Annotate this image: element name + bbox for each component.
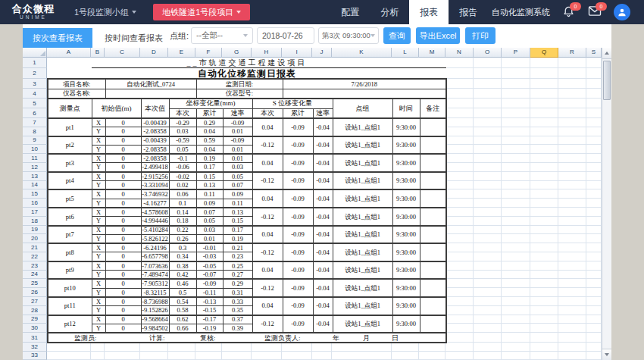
sheet-cell[interactable]: -0.29 [169,118,196,127]
sheet-cell[interactable]: -0.09 [283,243,313,261]
messages-button[interactable]: 0 [588,5,602,19]
sheet-cell[interactable]: -0.04 [313,279,333,297]
sheet-cell[interactable]: -0.09 [223,118,252,127]
sheet-cell[interactable]: -0.04 [313,189,333,208]
sheet-cell[interactable]: 0.46 [169,279,196,288]
sheet-cell[interactable]: -0.04 [313,243,333,261]
sheet-cell[interactable]: 0 [105,226,141,235]
sheet-cell[interactable]: 0.21 [223,243,252,252]
sheet-cell[interactable]: 0.58 [169,306,196,315]
sheet-cell[interactable]: X [92,243,105,252]
print-button[interactable]: 打印 [465,27,496,44]
row-header-30[interactable]: 30 [23,324,47,333]
point-name[interactable]: pt12 [48,315,92,333]
menu-item-analysis[interactable]: 分析 [370,0,409,24]
sheet-cell[interactable]: 0.38 [169,261,196,271]
row-header-6[interactable]: 6 [23,108,47,118]
point-name[interactable]: pt3 [48,154,92,172]
sheet-cell[interactable]: 0.5 [169,288,196,297]
sheet-cell[interactable]: Y [92,181,105,190]
point-time[interactable]: 9:30:00 [392,118,420,136]
col-subheader[interactable]: 累计 [283,108,313,118]
sheet-cell[interactable]: 0.04 [196,145,223,154]
row-header-10[interactable]: 10 [23,145,47,154]
point-time[interactable]: 9:30:00 [392,208,420,226]
sheet-cell[interactable]: 0 [105,297,141,306]
sheet-cell[interactable]: X [92,172,105,181]
sheet-cell[interactable]: 0.02 [169,181,196,190]
info-label[interactable]: 监测日期: [196,79,283,89]
sheet-cell[interactable]: 0.14 [169,208,196,217]
sheet-cell[interactable]: 0.54 [169,297,196,306]
sheet-cell[interactable]: 0.29 [223,279,252,288]
sheet-cell[interactable]: -2.499418 [141,163,169,172]
sheet-cell[interactable]: -3.746932 [141,189,169,199]
point-name[interactable]: pt7 [48,226,92,244]
sheet-cell[interactable]: -6.24196 [141,243,169,252]
sheet-cell[interactable]: -0.09 [196,279,223,288]
sheet-cell[interactable]: 0 [105,217,141,226]
scroll-down-button[interactable] [602,349,611,360]
sheet-cell[interactable]: -0.17 [196,315,223,324]
sheet-cell[interactable]: 0 [105,154,141,163]
project-selector-button[interactable]: 地铁隧道1号段项目 [153,4,250,20]
sheet-cell[interactable]: -0.04 [313,297,333,315]
point-name[interactable]: pt4 [48,172,92,190]
sheet-cell[interactable]: -5.410284 [141,226,169,235]
point-note[interactable] [420,226,446,244]
row-header-15[interactable]: 15 [23,189,47,199]
point-note[interactable] [420,279,446,297]
sheet-cell[interactable]: -0.09 [283,297,313,315]
sheet-cell[interactable]: 0 [105,163,141,172]
row-header-23[interactable]: 23 [23,261,47,271]
sheet-cell[interactable]: -0.04 [313,315,333,333]
sheet-cell[interactable]: 0 [105,279,141,288]
sheet-cell[interactable]: 0.06 [169,189,196,199]
col-subheader[interactable]: 速率 [313,108,333,118]
column-header-I[interactable]: I [282,48,312,58]
sheet-cell[interactable]: -2.915256 [141,172,169,181]
column-header-G[interactable]: G [222,48,252,58]
col-subheader[interactable]: 本次 [252,108,283,118]
sheet-cell[interactable]: 0.07 [196,208,223,217]
sheet-cell[interactable]: 0.11 [196,189,223,199]
row-header-29[interactable]: 29 [23,315,47,324]
sheet-cell[interactable]: -0.09 [283,261,313,280]
sheet-cell[interactable]: 0.09 [196,199,223,208]
report-subtitle[interactable]: 自动化位移监测日报表 [48,68,446,79]
point-group[interactable]: 设站1_点组1 [333,154,392,172]
row-header-21[interactable]: 21 [23,243,47,252]
point-time[interactable]: 9:30:00 [392,243,420,261]
point-name[interactable]: pt5 [48,189,92,208]
sheet-cell[interactable]: X [92,261,105,271]
sheet-cell[interactable]: 0 [105,181,141,190]
sheet-cell[interactable]: X [92,118,105,127]
sheet-cell[interactable]: -0.12 [252,208,283,226]
sheet-cell[interactable]: -0.02 [169,172,196,181]
row-header-13[interactable]: 13 [23,172,47,181]
sheet-cell[interactable]: -0.12 [252,315,283,333]
row-header-3[interactable]: 3 [23,79,47,89]
export-excel-button[interactable]: 导出Excel [416,27,460,44]
sheet-cell[interactable]: -0.04 [313,172,333,190]
sheet-cell[interactable]: 0.07 [223,181,252,190]
sheet-cell[interactable]: X [92,154,105,163]
point-time[interactable]: 9:30:00 [392,315,420,333]
col-subheader[interactable]: 本次 [169,108,196,118]
sheet-cell[interactable]: 0 [105,315,141,324]
sheet-cell[interactable]: -0.04 [313,208,333,226]
row-header-19[interactable]: 19 [23,226,47,235]
query-button[interactable]: 查询 [383,27,411,44]
sheet-cell[interactable]: 0.04 [252,154,283,172]
col-header-group[interactable]: 点组 [333,99,392,118]
view-by-time-tab[interactable]: 按时间查看报表 [100,28,167,48]
row-header-16[interactable]: 16 [23,199,47,208]
sheet-cell[interactable]: 0.66 [169,324,196,333]
info-value[interactable]: 自动化测试_0724 [105,79,196,89]
sheet-cell[interactable]: 0.37 [223,315,252,324]
sheet-cell[interactable]: Y [92,252,105,261]
sheet-cell[interactable]: -0.19 [196,324,223,333]
sheet-cell[interactable]: 0 [105,252,141,261]
point-note[interactable] [420,136,446,155]
user-avatar[interactable] [614,4,630,20]
